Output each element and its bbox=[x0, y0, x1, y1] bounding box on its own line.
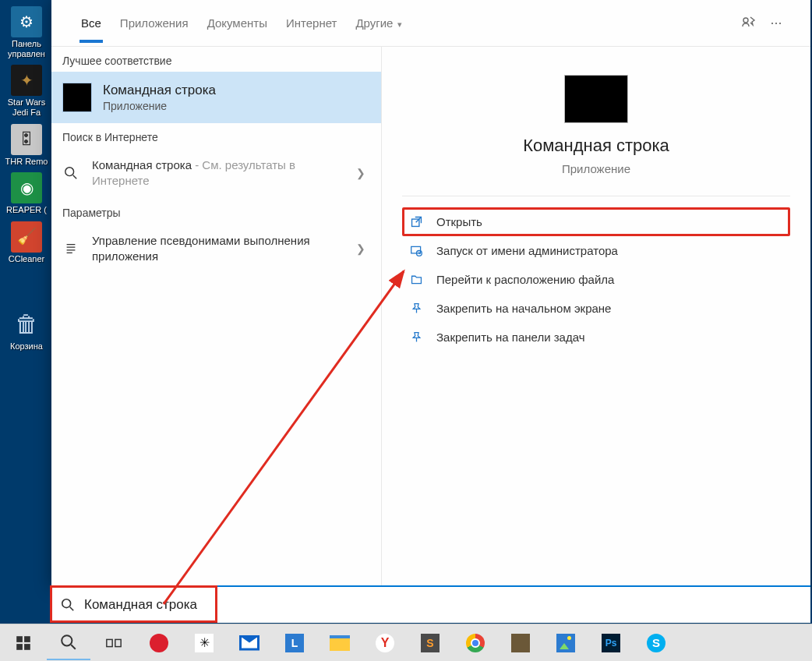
results-left-column: Лучшее соответствие Командная строка При… bbox=[51, 47, 382, 588]
tab-apps[interactable]: Приложения bbox=[111, 3, 198, 43]
taskbar: ✳ L Y S Ps S bbox=[0, 624, 812, 661]
desktop-icon-ccleaner[interactable]: 🧹CCleaner bbox=[2, 220, 51, 266]
tab-internet[interactable]: Интернет bbox=[277, 3, 346, 43]
svg-point-0 bbox=[743, 18, 748, 23]
tab-more[interactable]: Другие bbox=[346, 3, 411, 43]
action-run-as-admin[interactable]: Запуск от имени администратора bbox=[402, 236, 790, 265]
taskbar-search-icon[interactable] bbox=[47, 626, 90, 660]
open-icon bbox=[408, 215, 424, 228]
taskbar-app-yandex[interactable]: Y bbox=[363, 626, 407, 660]
taskbar-app-opera[interactable] bbox=[137, 626, 181, 660]
cmd-icon bbox=[62, 83, 92, 112]
svg-rect-10 bbox=[24, 644, 30, 650]
action-pin-start[interactable]: Закрепить на начальном экране bbox=[402, 294, 790, 323]
search-icon bbox=[62, 166, 79, 180]
desktop-icon-game[interactable]: ✦Star Wars Jedi Fa bbox=[2, 63, 51, 118]
preview-column: Командная строка Приложение Открыть Запу… bbox=[382, 47, 810, 588]
svg-rect-13 bbox=[115, 639, 121, 646]
taskbar-app-chrome[interactable] bbox=[454, 626, 497, 660]
tab-documents[interactable]: Документы bbox=[198, 3, 277, 43]
desktop-icon-thr[interactable]: 🎛THR Remo bbox=[2, 122, 51, 168]
svg-point-5 bbox=[62, 599, 71, 608]
pin-icon bbox=[408, 330, 424, 344]
svg-point-11 bbox=[62, 635, 72, 645]
preview-title: Командная строка bbox=[382, 136, 810, 156]
task-view-icon[interactable] bbox=[92, 626, 136, 660]
feedback-icon[interactable] bbox=[734, 9, 762, 37]
svg-rect-12 bbox=[107, 639, 112, 646]
svg-point-1 bbox=[65, 168, 74, 176]
search-input[interactable] bbox=[84, 597, 801, 613]
preview-subtitle: Приложение bbox=[382, 162, 810, 175]
start-button[interactable] bbox=[2, 626, 45, 660]
tab-all[interactable]: Все bbox=[72, 3, 111, 43]
chevron-right-icon: ❯ bbox=[356, 167, 370, 179]
action-pin-taskbar[interactable]: Закрепить на панели задач bbox=[402, 323, 790, 352]
parameters-header: Параметры bbox=[51, 199, 381, 224]
folder-icon bbox=[408, 273, 424, 286]
taskbar-app-sublime[interactable]: S bbox=[408, 626, 452, 660]
taskbar-app-explorer[interactable] bbox=[318, 626, 362, 660]
internet-item-text: Командная строка - См. результаты в Инте… bbox=[92, 157, 344, 189]
best-match-header: Лучшее соответствие bbox=[51, 47, 381, 72]
preview-app-icon bbox=[564, 75, 628, 123]
taskbar-app-photoshop[interactable]: Ps bbox=[589, 626, 633, 660]
taskbar-app-unknown[interactable] bbox=[499, 626, 542, 660]
taskbar-app-launcher[interactable]: ✳ bbox=[182, 626, 226, 660]
taskbar-app-photos[interactable] bbox=[544, 626, 588, 660]
search-bar[interactable] bbox=[50, 585, 810, 623]
action-open-file-location[interactable]: Перейти к расположению файла bbox=[402, 265, 790, 294]
search-results-panel: Все Приложения Документы Интернет Другие… bbox=[51, 0, 810, 588]
preview-actions: Открыть Запуск от имени администратора П… bbox=[382, 196, 810, 362]
taskbar-app-mail[interactable] bbox=[228, 626, 271, 660]
pin-icon bbox=[408, 302, 424, 315]
svg-rect-7 bbox=[16, 636, 23, 642]
svg-rect-8 bbox=[24, 636, 30, 642]
svg-rect-9 bbox=[16, 644, 23, 650]
desktop-icon-recycle-bin[interactable]: 🗑Корзина bbox=[2, 307, 51, 353]
parameters-item[interactable]: Управление псевдонимами выполнения прило… bbox=[51, 224, 381, 274]
internet-search-header: Поиск в Интернете bbox=[51, 123, 381, 148]
action-open[interactable]: Открыть bbox=[402, 207, 790, 236]
more-options-icon[interactable]: ··· bbox=[762, 9, 790, 37]
tabs-row: Все Приложения Документы Интернет Другие… bbox=[51, 0, 810, 47]
list-icon bbox=[62, 242, 79, 256]
taskbar-app-l[interactable]: L bbox=[273, 626, 316, 660]
admin-icon bbox=[408, 244, 424, 257]
desktop-icon-blank bbox=[2, 268, 51, 304]
internet-search-item[interactable]: Командная строка - См. результаты в Инте… bbox=[51, 148, 381, 199]
parameters-item-text: Управление псевдонимами выполнения прило… bbox=[92, 233, 344, 265]
search-icon bbox=[59, 598, 76, 612]
desktop-icon-control-panel[interactable]: ⚙Панель управлен bbox=[2, 5, 51, 60]
desktop-icon-reaper[interactable]: ◉REAPER ( bbox=[2, 171, 51, 217]
chevron-right-icon: ❯ bbox=[356, 242, 370, 255]
best-match-title: Командная строка bbox=[103, 83, 216, 98]
best-match-subtitle: Приложение bbox=[103, 100, 216, 112]
desktop-icons-column: ⚙Панель управлен ✦Star Wars Jedi Fa 🎛THR… bbox=[0, 0, 53, 353]
taskbar-app-skype[interactable]: S bbox=[634, 626, 678, 660]
best-match-item[interactable]: Командная строка Приложение bbox=[51, 72, 381, 123]
